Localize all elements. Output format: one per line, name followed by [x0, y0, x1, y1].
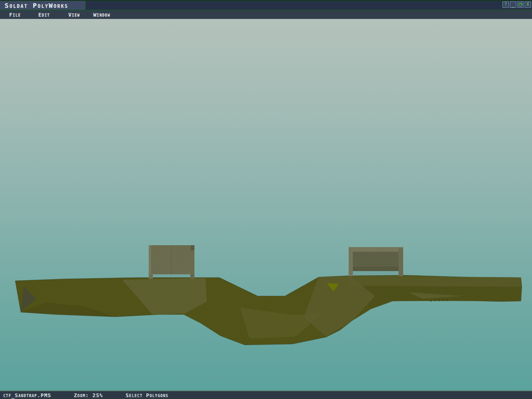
title-block: Soldat PolyWorks: [0, 1, 86, 10]
status-filename: ctf_Sandtrap.PMS: [3, 392, 51, 398]
minimize-icon: _: [512, 2, 514, 7]
menu-view[interactable]: View: [68, 11, 80, 19]
menu-window[interactable]: Window: [93, 11, 110, 19]
menu-file[interactable]: File: [9, 11, 21, 19]
title-bar[interactable]: Soldat PolyWorks ? _ X: [0, 0, 532, 11]
help-icon: ?: [504, 2, 507, 7]
status-zoom-level: Zoom: 25%: [74, 392, 103, 398]
minimize-button[interactable]: _: [510, 1, 516, 8]
polyworks-window: Soldat PolyWorks ? _ X File Edit View Wi…: [0, 0, 532, 399]
window-controls: ? _ X: [502, 1, 531, 8]
menu-bar: File Edit View Window: [0, 11, 532, 19]
window-title: Soldat PolyWorks: [5, 2, 68, 9]
map-canvas[interactable]: [0, 19, 532, 390]
status-tool-mode: Select Polygons: [126, 392, 169, 398]
map-render: [0, 19, 532, 390]
texture-overlay: [0, 241, 532, 349]
status-bar: ctf_Sandtrap.PMS Zoom: 25% Select Polygo…: [0, 390, 532, 399]
help-button[interactable]: ?: [502, 1, 509, 8]
close-icon: X: [526, 2, 529, 7]
close-button[interactable]: X: [525, 1, 531, 8]
restore-button[interactable]: [517, 1, 524, 8]
menu-edit[interactable]: Edit: [38, 11, 50, 19]
